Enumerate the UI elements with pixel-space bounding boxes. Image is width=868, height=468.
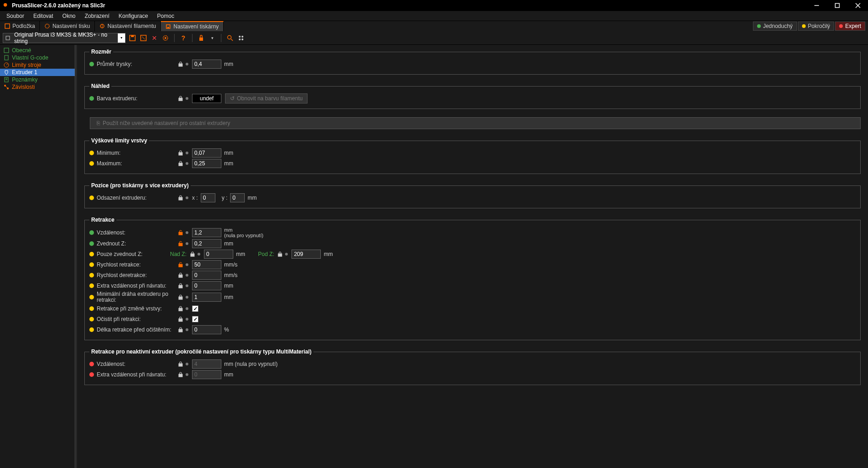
podz-label: Pod Z:	[258, 251, 274, 257]
retract-before-wipe-input[interactable]	[192, 325, 221, 334]
retract-layer-change-checkbox[interactable]: ✓	[192, 305, 198, 312]
apply-to-other-extruders-button[interactable]: ⎘ Použít níže uvedené nastavení pro osta…	[90, 117, 861, 129]
lock-icon[interactable]	[177, 283, 184, 289]
only-lift-below-input[interactable]	[291, 250, 321, 259]
svg-rect-10	[6, 36, 10, 40]
lock-icon[interactable]	[177, 272, 184, 278]
mode-advanced-button[interactable]: Pokročilý	[798, 22, 835, 31]
svg-point-5	[45, 24, 49, 28]
offset-x-input[interactable]	[201, 193, 215, 202]
save-icon[interactable]	[128, 34, 137, 42]
rename-icon[interactable]	[139, 34, 148, 42]
svg-point-16	[165, 37, 166, 39]
lock-icon[interactable]	[177, 294, 184, 300]
changed-indicator-icon	[186, 162, 188, 165]
lock-icon[interactable]	[189, 251, 196, 257]
svg-rect-38	[179, 197, 182, 200]
preset-name: Original Prusa i3 MK3S & MK3S+ - no stri…	[12, 32, 118, 44]
unlock-icon[interactable]	[177, 261, 184, 268]
lock-icon[interactable]	[177, 327, 184, 333]
lock-icon[interactable]	[177, 150, 184, 156]
group-retrakce: Retrakce Vzdálenost: mm (nula pro vypnut…	[84, 217, 861, 340]
svg-point-21	[242, 36, 243, 38]
settings-content: Rozměr Průměr trysky: mm Náhled Barva ex…	[77, 45, 868, 468]
svg-rect-42	[278, 254, 282, 256]
tab-podlozka[interactable]: Podložka	[0, 21, 40, 31]
unit-label: mm	[247, 195, 257, 201]
x-label: x :	[192, 195, 198, 201]
svg-rect-45	[179, 285, 182, 288]
tab-nastaveni-filamentu[interactable]: Nastavení filamentu	[95, 21, 161, 31]
sidebar-item-label: Obecné	[12, 47, 31, 54]
extruder-color-button[interactable]: undef	[192, 94, 221, 103]
only-lift-above-input[interactable]	[204, 250, 233, 259]
max-layer-height-input[interactable]	[192, 159, 221, 168]
tab-nastaveni-tisku[interactable]: Nastavení tisku	[40, 21, 95, 31]
search-icon[interactable]	[226, 34, 234, 42]
level-bullet-icon	[89, 306, 94, 311]
copy-icon: ⎘	[97, 120, 100, 126]
changed-indicator-icon	[186, 328, 188, 331]
tab-nastaveni-tiskarny[interactable]: Nastavení tiskárny	[161, 21, 224, 31]
menu-soubor[interactable]: Soubor	[2, 11, 29, 21]
retraction-length-input[interactable]	[192, 228, 221, 237]
close-button[interactable]	[847, 0, 868, 11]
compare-icon[interactable]	[237, 34, 245, 42]
lock-icon[interactable]	[277, 251, 283, 257]
retraction-speed-input[interactable]	[192, 260, 221, 269]
sidebar-item-gcode[interactable]: Vlastní G-code	[0, 54, 75, 61]
nozzle-diameter-input[interactable]	[192, 60, 221, 69]
delete-icon[interactable]: ✕	[150, 34, 159, 42]
preset-dropdown[interactable]: Original Prusa i3 MK3S & MK3S+ - no stri…	[3, 33, 126, 43]
unlock-icon[interactable]	[177, 240, 184, 247]
param-label: Délka retrakce před očištěním:	[97, 327, 177, 333]
lock-icon[interactable]	[177, 305, 184, 312]
lock-icon[interactable]	[177, 61, 184, 67]
min-travel-input[interactable]	[192, 293, 221, 302]
maximize-button[interactable]	[827, 0, 847, 11]
group-legend: Výškové limity vrstvy	[89, 137, 149, 144]
help-icon[interactable]: ?	[179, 34, 187, 42]
min-layer-height-input[interactable]	[192, 148, 221, 158]
sidebar-item-limity[interactable]: Limity stroje	[0, 61, 75, 69]
lock-icon[interactable]	[177, 361, 184, 367]
reset-color-button[interactable]: ↺ Obnovit na barvu filamentu	[225, 93, 308, 103]
menu-pomoc[interactable]: Pomoc	[153, 11, 179, 21]
menu-okno[interactable]: Okno	[58, 11, 80, 21]
sidebar-item-obecne[interactable]: Obecné	[0, 47, 75, 54]
svg-rect-17	[199, 38, 203, 41]
sidebar-item-poznamky[interactable]: Poznámky	[0, 76, 75, 83]
changed-indicator-icon	[198, 253, 200, 256]
plater-icon	[5, 23, 10, 29]
level-bullet-icon	[89, 327, 94, 332]
lock-icon[interactable]	[177, 160, 184, 167]
extra-restart-input[interactable]	[192, 281, 221, 290]
offset-y-input[interactable]	[230, 193, 245, 202]
menu-konfigurace[interactable]: Konfigurace	[114, 11, 153, 21]
lock-icon[interactable]	[177, 371, 184, 378]
sidebar-item-extruder1[interactable]: Extruder 1	[0, 69, 75, 76]
wipe-on-retract-checkbox[interactable]: ✓	[192, 316, 198, 322]
unlock-icon[interactable]	[177, 229, 184, 236]
dependencies-icon	[4, 84, 9, 90]
lock-icon[interactable]	[197, 34, 205, 42]
group-vyskove-limity: Výškové limity vrstvy Minimum: mm Maximu…	[84, 137, 861, 174]
chevron-down-icon[interactable]: ▾	[208, 34, 216, 42]
lock-icon[interactable]	[177, 195, 184, 201]
param-label: Rychlost deretrakce:	[97, 272, 177, 278]
sidebar-item-zavislosti[interactable]: Závislosti	[0, 83, 75, 91]
param-label: Vzdálenost:	[97, 361, 177, 367]
param-label: Extra vzdálenost při návratu:	[97, 283, 177, 289]
gear-icon[interactable]	[161, 34, 170, 42]
lift-z-input[interactable]	[192, 239, 221, 248]
menu-zobrazeni[interactable]: Zobrazení	[80, 11, 114, 21]
deretraction-speed-input[interactable]	[192, 271, 221, 280]
svg-rect-36	[179, 152, 182, 155]
lock-icon[interactable]	[177, 95, 184, 102]
lock-icon[interactable]	[177, 316, 184, 322]
mode-simple-button[interactable]: Jednoduchý	[753, 22, 797, 31]
menu-editovat[interactable]: Editovat	[29, 11, 58, 21]
unit-label: mm (nula pro vypnutí)	[224, 361, 278, 367]
minimize-button[interactable]	[806, 0, 827, 11]
mode-expert-button[interactable]: Expert	[835, 22, 865, 31]
